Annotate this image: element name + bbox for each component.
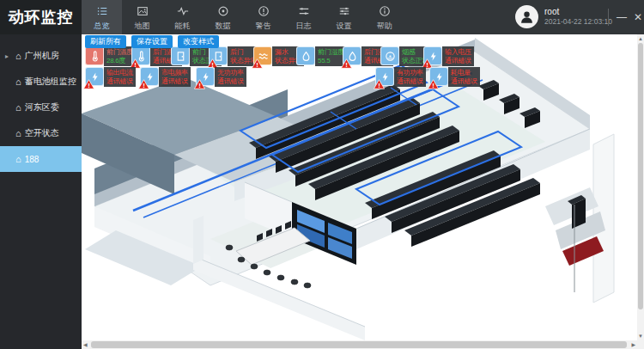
vertical-scrollbar-thumb[interactable] (638, 43, 643, 309)
power-icon: ! (85, 67, 104, 86)
warning-icon: ! (422, 57, 433, 67)
energy-icon (177, 5, 189, 21)
warning-icon: ! (194, 77, 205, 88)
sensor-title: 无功功率 (217, 70, 244, 77)
sensor-value: 通讯错误 (451, 78, 477, 86)
nav-label: 地图 (135, 22, 150, 30)
home-icon: ⌂ (15, 77, 21, 87)
sensor-label: 有功功率通讯错误 (394, 67, 426, 87)
sidebar-item-label: 空开状态 (25, 127, 59, 139)
door-icon (171, 46, 190, 65)
humidity-icon (296, 46, 315, 65)
sidebar-item-label: 河东区委 (25, 101, 59, 113)
close-button[interactable]: ✕ (628, 0, 644, 34)
sensor-label: 无功功率通讯错误 (215, 67, 246, 87)
sensor-badge-row1-9[interactable]: !输入电压通讯错误 (423, 46, 474, 66)
app-title: 动环监控 (0, 0, 82, 34)
sensor-badge-row1-6[interactable]: 前门湿度55.5 (296, 46, 347, 66)
sensor-badge-row2-2[interactable]: !市电频率通讯错误 (140, 67, 191, 87)
svg-text:!: ! (378, 82, 380, 89)
sensor-value: 通讯错误 (397, 78, 423, 86)
sensor-value: 通讯错误 (445, 58, 471, 65)
sidebar-item-1[interactable]: ▸⌂广州机房 (0, 43, 82, 69)
sensor-badge-row2-5[interactable]: !耗电量通讯错误 (429, 67, 480, 87)
scroll-down-icon[interactable]: ▼ (638, 334, 643, 339)
warning-icon: ! (374, 77, 385, 88)
power-icon: ! (196, 67, 215, 86)
sensor-value: 通讯错误 (217, 78, 244, 86)
nav-label: 能耗 (175, 22, 191, 30)
scroll-up-icon[interactable]: ▲ (638, 36, 643, 41)
humidity-icon: ! (343, 46, 361, 65)
svg-text:!: ! (345, 61, 348, 69)
sensor-value: 通讯错误 (161, 78, 188, 86)
titlebar-divider (608, 9, 609, 26)
avatar[interactable] (515, 5, 538, 28)
scroll-left-icon[interactable]: ◀ (83, 342, 88, 347)
nav-item-1[interactable]: 总览 (82, 0, 122, 34)
timestamp: 2021-04-22 12:03:10 (544, 18, 612, 26)
alert-icon (258, 5, 270, 21)
main-area: 刷新所有保存设置改变样式 前门温度28.6度!后门温度通讯错误前门状态正常!后门… (82, 34, 637, 340)
toolbar: 刷新所有保存设置改变样式 (85, 35, 219, 48)
door-icon: ! (209, 46, 228, 65)
nav-item-2[interactable]: 地图 (122, 0, 162, 34)
warning-icon: ! (428, 77, 439, 88)
nav-label: 日志 (296, 22, 312, 30)
sidebar-item-2[interactable]: ⌂蓄电池组监控 (0, 69, 82, 95)
home-icon: ⌂ (15, 103, 21, 113)
sensor-title: 耗电量 (451, 70, 477, 77)
warning-icon: ! (83, 77, 94, 88)
nav-item-7[interactable]: 设置 (324, 0, 364, 34)
warning-icon: ! (252, 57, 263, 67)
water-icon: ! (253, 46, 272, 65)
nav-label: 警告 (256, 22, 271, 30)
sensor-title: 前门温度 (106, 49, 133, 57)
nav-item-3[interactable]: 能耗 (162, 0, 203, 34)
svg-text:!: ! (426, 61, 428, 69)
power-icon: ! (429, 67, 448, 86)
thermometer-icon (85, 46, 104, 65)
sensor-badge-row1-1[interactable]: 前门温度28.6度 (85, 46, 136, 66)
sidebar-item-4[interactable]: ⌂空开状态 (0, 120, 82, 146)
nav-label: 总览 (94, 22, 110, 30)
sensor-label: 耗电量通讯错误 (448, 67, 480, 87)
sensor-label: 市电频率通讯错误 (159, 67, 191, 87)
user-area[interactable]: root 2021-04-22 12:03:10 (515, 5, 612, 28)
overview-icon (96, 5, 108, 21)
horizontal-scrollbar-thumb[interactable] (91, 341, 627, 348)
nav-item-8[interactable]: 帮助 (364, 0, 404, 34)
thermometer-icon: ! (131, 46, 150, 65)
svg-text:!: ! (143, 82, 145, 89)
vertical-scrollbar[interactable]: ▲ ▼ (637, 34, 644, 340)
nav-item-6[interactable]: 日志 (283, 0, 324, 34)
svg-text:!: ! (198, 82, 201, 89)
expand-arrow-icon[interactable]: ▸ (5, 52, 9, 60)
map-icon (137, 5, 149, 21)
scroll-right-icon[interactable]: ▶ (631, 342, 635, 347)
scrollbar-corner (637, 340, 644, 349)
home-icon: ⌂ (15, 52, 21, 61)
toolbar-button-1[interactable]: 刷新所有 (85, 35, 126, 48)
nav-label: 帮助 (377, 22, 392, 30)
horizontal-scrollbar[interactable]: ◀ ▶ (82, 340, 637, 349)
nav-item-5[interactable]: 警告 (243, 0, 283, 34)
svg-text:!: ! (88, 82, 90, 89)
main-nav: 总览地图能耗数据警告日志设置帮助 (82, 0, 404, 34)
nav-item-4[interactable]: 数据 (203, 0, 243, 34)
sensor-title: 前门湿度 (318, 49, 344, 57)
nav-label: 设置 (337, 22, 352, 30)
nav-label: 数据 (216, 22, 231, 30)
warning-icon: ! (130, 57, 141, 67)
svg-text:!: ! (256, 61, 258, 69)
sidebar-item-5[interactable]: ⌂188 (0, 146, 82, 172)
toolbar-button-3[interactable]: 改变样式 (178, 35, 219, 48)
sidebar-item-3[interactable]: ⌂河东区委 (0, 95, 82, 120)
toolbar-button-2[interactable]: 保存设置 (131, 35, 173, 48)
sensor-badge-row2-4[interactable]: !有功功率通讯错误 (375, 67, 426, 87)
sensor-badge-row2-3[interactable]: !无功功率通讯错误 (196, 67, 246, 87)
sensor-badge-row2-1[interactable]: !输出电流通讯错误 (85, 67, 136, 87)
sidebar: ▸⌂广州机房⌂蓄电池组监控⌂河东区委⌂空开状态⌂188 (0, 34, 82, 349)
smoke-icon (380, 46, 399, 65)
titlebar: 动环监控 总览地图能耗数据警告日志设置帮助 root 2021-04-22 12… (0, 0, 644, 34)
